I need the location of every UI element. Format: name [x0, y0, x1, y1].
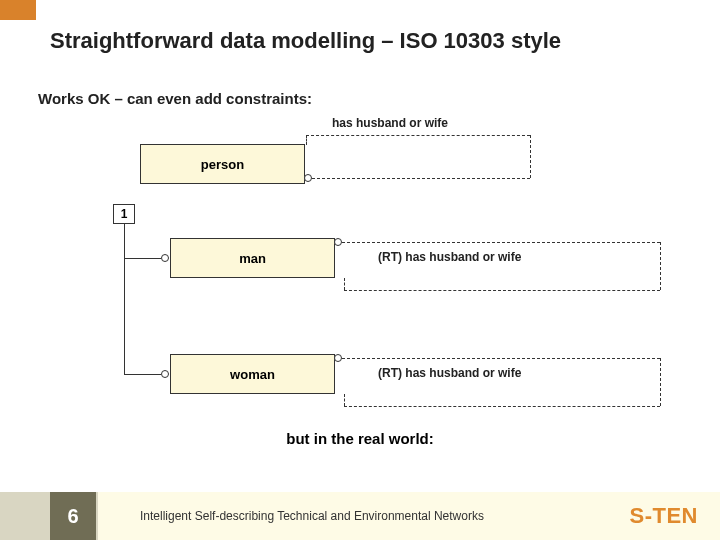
slide-footer: 6 Intelligent Self-describing Technical … — [0, 492, 720, 540]
port-circle — [304, 174, 312, 182]
slide-subtitle: Works OK – can even add constraints: — [38, 90, 312, 107]
corner-accent — [0, 0, 36, 20]
entity-man: man — [170, 238, 335, 278]
page-number-box: 6 — [50, 492, 96, 540]
footer-caption: Intelligent Self-describing Technical an… — [140, 492, 484, 540]
connector — [344, 394, 345, 406]
connector — [124, 374, 161, 375]
port-circle — [161, 370, 169, 378]
entity-person: person — [140, 144, 305, 184]
entity-woman: woman — [170, 354, 335, 394]
connector — [660, 242, 661, 290]
connector — [344, 406, 660, 407]
port-circle — [161, 254, 169, 262]
connector — [660, 358, 661, 406]
connector — [342, 242, 660, 243]
port-circle — [334, 238, 342, 246]
slide-title: Straightforward data modelling – ISO 103… — [50, 28, 561, 54]
entity-woman-label: woman — [230, 367, 275, 382]
constraint-label: 1 — [121, 207, 128, 221]
connector — [344, 278, 345, 290]
connector — [306, 135, 530, 136]
rt-label-woman: (RT) has husband or wife — [378, 366, 521, 380]
entity-man-label: man — [239, 251, 266, 266]
real-world-note: but in the real world: — [0, 430, 720, 447]
port-circle — [334, 354, 342, 362]
connector — [344, 290, 660, 291]
entity-person-label: person — [201, 157, 244, 172]
page-number: 6 — [67, 505, 78, 528]
connector — [342, 358, 660, 359]
rt-label-man: (RT) has husband or wife — [378, 250, 521, 264]
connector — [124, 258, 161, 259]
connector — [124, 224, 125, 374]
connector — [312, 178, 530, 179]
diagram-container: has husband or wife person 1 man (RT) ha… — [0, 108, 720, 428]
connector — [306, 135, 307, 145]
footer-brand: S-TEN — [630, 492, 699, 540]
constraint-box: 1 — [113, 204, 135, 224]
relation-label: has husband or wife — [332, 116, 448, 130]
connector — [530, 135, 531, 178]
